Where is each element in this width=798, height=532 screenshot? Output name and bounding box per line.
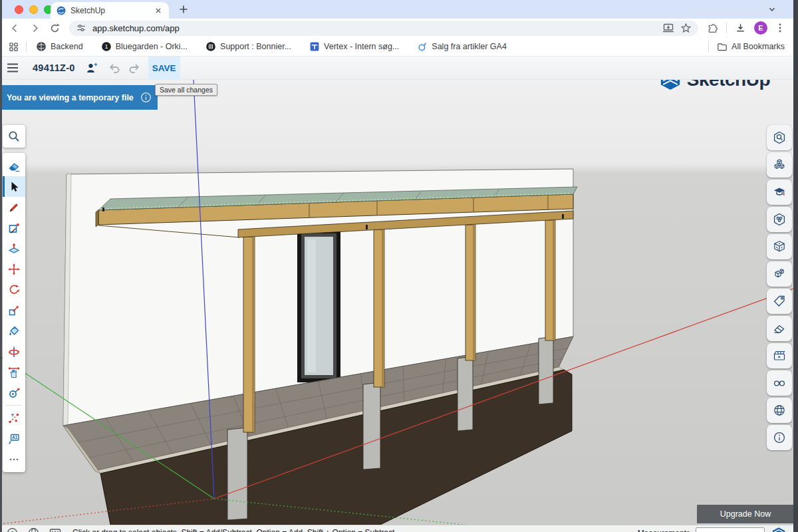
measurements-input[interactable] [696, 527, 765, 532]
language-globe-icon[interactable] [28, 527, 39, 532]
minimize-window-button[interactable] [29, 5, 38, 14]
bookmark-vertex[interactable]: Vertex - Intern søg... [309, 41, 399, 52]
model-info-icon [772, 430, 787, 445]
address-bar: app.sketchup.com/app E [0, 19, 798, 37]
tool-search-button[interactable] [3, 125, 25, 148]
window-layout-icon [309, 41, 320, 52]
tool-move[interactable] [3, 259, 25, 279]
downloads-icon[interactable] [735, 23, 746, 34]
scale-icon [7, 304, 21, 317]
redo-button[interactable] [124, 57, 144, 80]
styles-icon [772, 239, 787, 254]
svg-text:1: 1 [104, 43, 108, 50]
window-right-edge [793, 0, 798, 532]
help-icon[interactable]: ? [7, 527, 18, 532]
main-menu-button[interactable] [3, 57, 23, 80]
tab-bar: SketchUp [0, 0, 798, 19]
save-button[interactable]: SAVE [148, 57, 180, 80]
tool-select[interactable] [3, 176, 25, 197]
panel-scenes[interactable] [767, 343, 792, 368]
bookmark-bluegarden[interactable]: 1 Bluegarden - Orki... [101, 41, 188, 52]
analytics-icon [417, 41, 428, 52]
bookmark-support[interactable]: Support : Bonnier... [205, 41, 291, 52]
pencil-icon [7, 201, 21, 214]
new-tab-button[interactable] [178, 4, 189, 15]
apps-grid-icon[interactable] [8, 41, 19, 53]
document-title: 49411Z-0 [33, 63, 75, 73]
circle-1-icon: 1 [101, 41, 112, 52]
bookmark-ga4[interactable]: Salg fra artikler GA4 [417, 41, 507, 52]
tab-search-chevron-icon[interactable] [767, 5, 777, 14]
panel-outliner[interactable] [767, 261, 792, 287]
move-icon [7, 263, 21, 276]
green-axis [0, 356, 214, 499]
right-panel-toolbar [767, 125, 792, 452]
back-icon[interactable] [9, 23, 21, 34]
tool-pan[interactable] [3, 362, 25, 382]
tool-paint-bucket[interactable] [3, 321, 25, 341]
panel-instructor[interactable] [767, 180, 792, 205]
url-field[interactable]: app.sketchup.com/app [69, 21, 698, 36]
forward-icon[interactable] [29, 23, 41, 34]
panel-materials[interactable] [767, 207, 792, 232]
left-toolbar: A1 [3, 153, 25, 472]
extensions-icon[interactable] [707, 23, 718, 34]
profile-avatar[interactable]: E [754, 21, 767, 35]
tool-push-pull[interactable] [3, 238, 25, 259]
traffic-lights [15, 5, 53, 14]
all-bookmarks-label: All Bookmarks [732, 42, 785, 51]
reload-icon[interactable] [49, 23, 61, 34]
panel-geolocation[interactable] [767, 398, 792, 423]
sketchup-mini-logo-icon [771, 527, 786, 532]
info-icon[interactable] [140, 92, 152, 103]
person-add-icon [85, 62, 98, 74]
tool-text[interactable]: A1 [3, 428, 25, 449]
panel-views[interactable] [767, 370, 792, 396]
panel-styles[interactable] [767, 234, 792, 259]
undo-button[interactable] [104, 57, 124, 80]
tool-dimensions[interactable] [3, 408, 25, 428]
keyboard-icon[interactable] [49, 528, 61, 532]
model-door [297, 229, 340, 382]
panel-search-model[interactable] [767, 125, 792, 150]
red-axis [214, 289, 793, 499]
share-collaborate-button[interactable] [82, 57, 102, 80]
select-arrow-icon [7, 180, 21, 194]
bookmark-label: Backend [51, 42, 83, 51]
panel-tags[interactable] [767, 289, 792, 314]
model-canvas[interactable]: You are viewing a temporary file Save al… [0, 80, 793, 525]
tool-eraser[interactable] [3, 156, 25, 176]
paint-bucket-icon [7, 325, 21, 338]
browser-tab[interactable]: SketchUp [51, 2, 169, 19]
tool-more[interactable] [3, 449, 25, 469]
geolocation-globe-icon [772, 403, 787, 418]
all-bookmarks-button[interactable]: All Bookmarks [717, 42, 785, 52]
panel-components[interactable] [767, 152, 792, 178]
close-window-button[interactable] [15, 5, 23, 14]
rectangle-tool-icon [7, 221, 21, 235]
globe-dark-icon [36, 41, 47, 52]
tab-close-icon[interactable] [154, 6, 163, 15]
model-foundation [100, 370, 572, 525]
bookmark-label: Support : Bonnier... [220, 42, 291, 51]
tool-shapes[interactable] [3, 217, 25, 238]
browser-menu-icon[interactable] [775, 23, 785, 33]
upgrade-now-button[interactable]: Upgrade Now [697, 505, 794, 523]
tool-pencil[interactable] [3, 197, 25, 217]
tool-orbit[interactable] [3, 341, 25, 362]
panel-soften-edges[interactable] [767, 316, 792, 341]
rotate-icon [7, 283, 21, 297]
temporary-file-banner: You are viewing a temporary file [0, 85, 158, 110]
send-to-device-icon[interactable] [662, 23, 674, 33]
bookmark-star-icon[interactable] [680, 23, 692, 34]
tool-rotate[interactable] [3, 279, 25, 300]
tool-scale[interactable] [3, 300, 25, 321]
text-label-icon: A1 [7, 432, 21, 446]
tool-tape-measure[interactable] [3, 382, 25, 403]
site-settings-icon[interactable] [76, 23, 86, 33]
sketchup-header: 49411Z-0 SAVE [0, 57, 798, 80]
bookmark-backend[interactable]: Backend [36, 41, 83, 52]
bonnier-icon [205, 41, 216, 52]
panel-model-info[interactable] [767, 425, 792, 450]
3d-model-viewport [0, 80, 793, 525]
